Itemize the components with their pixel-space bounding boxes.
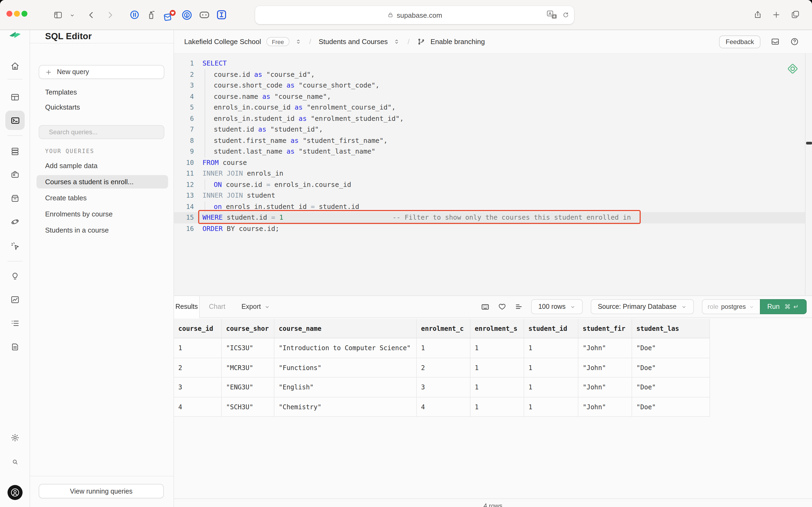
- query-item-1[interactable]: Add sample data: [37, 159, 168, 172]
- snippet-name[interactable]: Students and Courses: [319, 38, 388, 46]
- sidebar-item-authentication[interactable]: [7, 167, 23, 183]
- close-window-button[interactable]: [6, 11, 12, 17]
- query-item-5[interactable]: Students in a course: [37, 223, 168, 237]
- table-cell[interactable]: 1: [470, 378, 524, 397]
- table-cell[interactable]: 3: [417, 378, 470, 397]
- settings-icon[interactable]: [7, 430, 23, 446]
- sidebar-item-logs[interactable]: [7, 315, 23, 331]
- source-select[interactable]: Source: Primary Database: [591, 299, 694, 314]
- table-cell[interactable]: "Introduction to Computer Science": [275, 338, 417, 358]
- table-cell[interactable]: "ICS3U": [222, 338, 275, 358]
- table-cell[interactable]: "John": [578, 338, 632, 358]
- tab-chart[interactable]: Chart: [209, 303, 225, 311]
- table-cell[interactable]: "Chemistry": [275, 397, 417, 417]
- tab-overview-icon[interactable]: [791, 10, 800, 19]
- table-row[interactable]: 1"ICS3U""Introduction to Computer Scienc…: [174, 338, 710, 358]
- query-item-3[interactable]: Create tables: [37, 191, 168, 204]
- view-running-queries-button[interactable]: View running queries: [39, 484, 164, 498]
- table-cell[interactable]: "John": [578, 358, 632, 378]
- table-cell[interactable]: 1: [470, 338, 524, 358]
- search-icon[interactable]: [7, 454, 23, 470]
- sidebar-item-quickstarts[interactable]: Quickstarts: [45, 103, 80, 111]
- sidebar-item-advisors[interactable]: [7, 268, 23, 284]
- sql-code-editor[interactable]: 12345678910111213141516 SELECTcourse.id …: [174, 54, 812, 295]
- sidebar-item-table-editor[interactable]: [7, 89, 23, 105]
- export-button[interactable]: Export: [241, 303, 270, 311]
- forward-icon[interactable]: [105, 10, 115, 20]
- reload-icon[interactable]: [562, 11, 569, 18]
- query-item-4[interactable]: Enrolments by course: [37, 207, 168, 220]
- unfold-icon[interactable]: [295, 38, 301, 45]
- keyboard-shortcuts-icon[interactable]: [481, 302, 490, 311]
- table-cell[interactable]: 1: [524, 358, 578, 378]
- sidebar-item-api-docs[interactable]: [7, 339, 23, 355]
- feedback-button[interactable]: Feedback: [719, 35, 760, 48]
- sidebar-item-templates[interactable]: Templates: [45, 88, 77, 96]
- tab-results[interactable]: Results: [174, 296, 200, 318]
- table-cell[interactable]: "Doe": [632, 338, 710, 358]
- clock-extension-icon[interactable]: [129, 10, 139, 20]
- sidebar-item-storage[interactable]: [7, 190, 23, 206]
- new-query-button[interactable]: New query: [39, 65, 164, 79]
- table-cell[interactable]: "ENG3U": [222, 378, 275, 397]
- table-cell[interactable]: 1: [470, 397, 524, 417]
- minimize-window-button[interactable]: [14, 11, 20, 17]
- sidebar-item-edge-functions[interactable]: [7, 214, 23, 230]
- sidebar-toggle-icon[interactable]: [53, 10, 63, 20]
- inbox-icon[interactable]: [771, 37, 780, 46]
- supabase-logo-icon[interactable]: [8, 31, 22, 39]
- format-lines-icon[interactable]: [515, 302, 523, 311]
- favorite-heart-icon[interactable]: [498, 302, 507, 311]
- table-cell[interactable]: "John": [578, 378, 632, 397]
- share-icon[interactable]: [753, 10, 763, 19]
- table-cell[interactable]: 4: [417, 397, 470, 417]
- table-row[interactable]: 3"ENG3U""English"311"John""Doe": [174, 378, 710, 397]
- sidebar-item-realtime[interactable]: [7, 238, 23, 254]
- enable-branching-button[interactable]: Enable branching: [430, 38, 485, 46]
- sidebar-item-reports[interactable]: [7, 292, 23, 308]
- onepassword-extension-icon[interactable]: [181, 10, 192, 20]
- role-select[interactable]: role postgres: [702, 299, 760, 314]
- table-cell[interactable]: "Doe": [632, 358, 710, 378]
- editor-scrollbar-thumb[interactable]: [806, 142, 812, 145]
- table-cell[interactable]: "Functions": [275, 358, 417, 378]
- table-row[interactable]: 4"SCH3U""Chemistry"411"John""Doe": [174, 397, 710, 417]
- sidebar-item-database[interactable]: [7, 144, 23, 160]
- run-button[interactable]: Run ⌘ ↵: [760, 299, 807, 314]
- table-cell[interactable]: "SCH3U": [222, 397, 275, 417]
- table-cell[interactable]: "Doe": [632, 397, 710, 417]
- table-cell[interactable]: "John": [578, 397, 632, 417]
- table-cell[interactable]: 2: [174, 358, 222, 378]
- address-bar[interactable]: supabase.com: [255, 6, 574, 24]
- table-cell[interactable]: 4: [174, 397, 222, 417]
- table-cell[interactable]: 1: [470, 358, 524, 378]
- new-tab-icon[interactable]: [772, 10, 781, 19]
- translate-icon[interactable]: [547, 10, 558, 19]
- ai-assistant-icon[interactable]: [786, 62, 800, 76]
- table-cell[interactable]: 1: [524, 378, 578, 397]
- unfold-icon-2[interactable]: [393, 38, 400, 45]
- table-cell[interactable]: "English": [275, 378, 417, 397]
- table-cell[interactable]: 2: [417, 358, 470, 378]
- table-row[interactable]: 2"MCR3U""Functions"211"John""Doe": [174, 358, 710, 378]
- table-cell[interactable]: 1: [417, 338, 470, 358]
- bottle-extension-icon[interactable]: [146, 10, 156, 20]
- letter-i-extension-icon[interactable]: [217, 10, 227, 20]
- query-item-2[interactable]: Courses a student is enroll...: [37, 175, 168, 188]
- robot-extension-icon[interactable]: [199, 10, 210, 19]
- table-cell[interactable]: "Doe": [632, 378, 710, 397]
- table-cell[interactable]: 3: [174, 378, 222, 397]
- sidebar-item-home[interactable]: [7, 58, 23, 74]
- project-name[interactable]: Lakefield College School: [184, 38, 261, 46]
- zoom-window-button[interactable]: [21, 11, 27, 17]
- table-cell[interactable]: "MCR3U": [222, 358, 275, 378]
- table-cell[interactable]: 1: [524, 397, 578, 417]
- package-heart-extension-icon[interactable]: [163, 10, 177, 22]
- table-cell[interactable]: 1: [524, 338, 578, 358]
- help-icon[interactable]: [790, 37, 799, 46]
- search-queries-input[interactable]: [48, 128, 159, 136]
- avatar[interactable]: [7, 485, 22, 500]
- row-limit-select[interactable]: 100 rows: [531, 299, 583, 314]
- back-icon[interactable]: [86, 10, 96, 20]
- chevron-down-icon[interactable]: [69, 12, 75, 18]
